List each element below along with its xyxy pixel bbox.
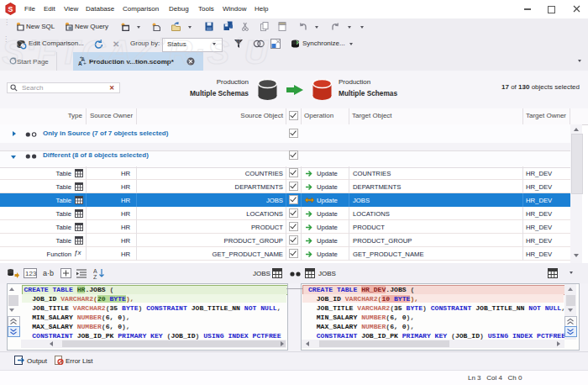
svg-text:123: 123 xyxy=(25,270,37,277)
svg-text:A: A xyxy=(93,268,97,274)
svg-text:Z: Z xyxy=(93,274,97,279)
svg-text:S: S xyxy=(8,5,13,13)
svg-text:A: A xyxy=(78,61,82,66)
